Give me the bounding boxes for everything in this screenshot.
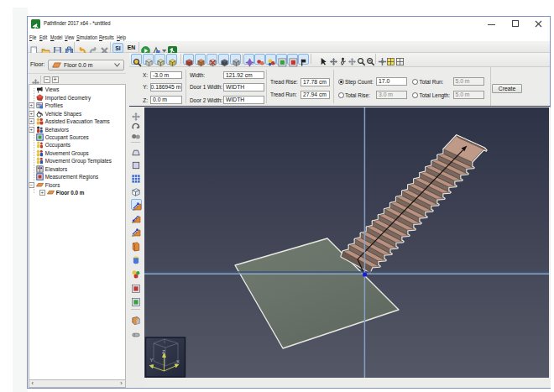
svg-text:Z: Z bbox=[162, 349, 165, 354]
svg-text:Y: Y bbox=[150, 358, 154, 363]
svg-text:X: X bbox=[176, 359, 180, 364]
